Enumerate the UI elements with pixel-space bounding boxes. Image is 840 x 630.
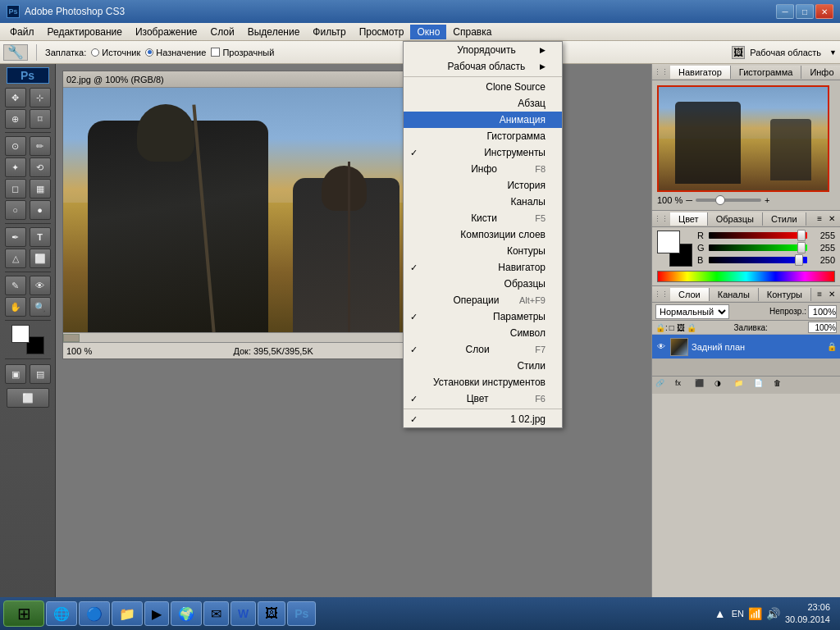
menu-entry-color[interactable]: ✓ Цвет F6 <box>404 390 562 407</box>
taskbar-explorer[interactable]: 📁 <box>112 601 143 626</box>
notes-tool[interactable]: ✎ <box>5 276 26 295</box>
layer-group-btn[interactable]: 📁 <box>734 379 749 392</box>
menu-entry-options[interactable]: ✓ Параметры <box>404 308 562 325</box>
magic-tool[interactable]: ⊕ <box>5 109 26 129</box>
network-icon[interactable]: 📶 <box>749 607 762 620</box>
tab-layers[interactable]: Слои <box>670 288 710 301</box>
zoom-slider[interactable] <box>696 199 761 202</box>
fg-swatch[interactable] <box>657 231 680 253</box>
tab-color[interactable]: Цвет <box>670 212 708 226</box>
tab-swatches[interactable]: Образцы <box>708 212 763 226</box>
panel-grip[interactable]: ⋮⋮ <box>654 68 669 76</box>
taskbar-ie[interactable]: 🌐 <box>46 601 77 626</box>
opacity-input[interactable] <box>808 305 837 318</box>
workspace-icon[interactable]: 🖼 <box>732 46 745 59</box>
zoom-out-btn[interactable]: ─ <box>686 195 692 205</box>
color-swatches[interactable] <box>11 325 44 354</box>
layers-grip[interactable]: ⋮⋮ <box>654 290 669 299</box>
fullscreen-btn[interactable]: ⬜ <box>7 388 49 408</box>
menu-layer[interactable]: Слой <box>204 25 241 39</box>
h-scroll-thumb[interactable] <box>63 334 80 342</box>
menu-entry-channels[interactable]: Каналы <box>404 194 562 210</box>
menu-entry-file1[interactable]: ✓ 1 02.jpg <box>404 411 562 427</box>
menu-entry-0[interactable]: Упорядочить ▶ <box>404 42 562 58</box>
menu-entry-abzac[interactable]: Абзац <box>404 95 562 112</box>
start-button[interactable]: ⊞ <box>3 600 44 627</box>
taskbar-ie2[interactable]: 🔵 <box>79 601 110 626</box>
tab-paths[interactable]: Контуры <box>759 288 811 301</box>
layers-menu-btn[interactable]: ≡ <box>814 290 825 299</box>
tab-histogram[interactable]: Гистограмма <box>731 66 802 79</box>
clone-tool[interactable]: ✦ <box>5 158 26 177</box>
menu-entry-tools[interactable]: ✓ Инструменты <box>404 144 562 161</box>
layer-item-0[interactable]: 👁 Задний план 🔒 <box>652 335 840 359</box>
heal-tool[interactable]: ⊙ <box>5 136 26 156</box>
layer-link-btn[interactable]: 🔗 <box>655 379 670 392</box>
color-panel-menu[interactable]: ≡ <box>814 214 825 223</box>
color-swatch-area[interactable] <box>657 231 692 267</box>
menu-entry-swatches[interactable]: Образцы <box>404 276 562 292</box>
volume-icon[interactable]: 🔊 <box>767 607 780 620</box>
taskbar-media[interactable]: ▶ <box>144 601 169 626</box>
menu-entry-layers[interactable]: ✓ Слои F7 <box>404 341 562 358</box>
pen-tool[interactable]: ✒ <box>5 227 26 247</box>
zoom-tool[interactable]: 🔍 <box>30 297 51 317</box>
menu-help[interactable]: Справка <box>446 25 498 39</box>
eraser-tool[interactable]: ◻ <box>5 179 26 199</box>
screen-mode-btn[interactable]: ⬜ <box>6 387 50 409</box>
menu-edit[interactable]: Редактирование <box>41 25 129 39</box>
crop-tool[interactable]: ⌑ <box>30 109 51 129</box>
menu-entry-brushes[interactable]: Кисти F5 <box>404 210 562 226</box>
history-tool[interactable]: ⟲ <box>30 158 51 177</box>
zoom-in-btn[interactable]: + <box>765 195 769 205</box>
lasso-tool[interactable]: ⊹ <box>30 88 51 107</box>
g-slider[interactable] <box>709 244 807 251</box>
r-slider[interactable] <box>709 232 807 239</box>
taskbar-img[interactable]: 🖼 <box>258 601 285 626</box>
menu-entry-animation[interactable]: Анимация <box>404 112 562 128</box>
blend-mode-select[interactable]: Нормальный <box>655 304 729 319</box>
color-panel-close[interactable]: ✕ <box>825 214 838 223</box>
layer-style-btn[interactable]: fx <box>675 379 690 392</box>
hand-tool[interactable]: ✋ <box>5 297 26 317</box>
gradient-tool[interactable]: ▦ <box>30 179 51 199</box>
taskbar-mail[interactable]: ✉ <box>203 601 229 626</box>
move-tool[interactable]: ✥ <box>5 88 26 107</box>
menu-entry-histogram[interactable]: Гистограмма <box>404 128 562 144</box>
menu-file[interactable]: Файл <box>3 25 41 39</box>
fill-input[interactable] <box>808 322 837 333</box>
eye-tool[interactable]: 👁 <box>30 276 51 295</box>
transparent-checkbox[interactable]: Прозрачный <box>211 48 274 57</box>
menu-entry-actions[interactable]: Операции Alt+F9 <box>404 292 562 308</box>
menu-view[interactable]: Просмотр <box>353 25 411 39</box>
tab-navigator[interactable]: Навигатор <box>670 66 731 79</box>
menu-entry-info[interactable]: Инфо F8 <box>404 161 562 177</box>
horizontal-scrollbar[interactable] <box>63 332 455 342</box>
menu-window[interactable]: Окно <box>410 25 446 39</box>
minimize-button[interactable]: ─ <box>776 4 794 19</box>
taskbar-ps[interactable]: Ps <box>287 601 316 626</box>
source-radio[interactable]: Источник <box>91 48 140 57</box>
tray-up-arrow[interactable]: ▲ <box>714 607 727 620</box>
color-panel-grip[interactable]: ⋮⋮ <box>654 215 669 223</box>
layers-close-btn[interactable]: ✕ <box>825 290 838 299</box>
tab-styles[interactable]: Стили <box>763 212 806 226</box>
taskbar-chrome[interactable]: 🌍 <box>171 601 202 626</box>
tab-channels[interactable]: Каналы <box>710 288 759 301</box>
menu-entry-1[interactable]: Рабочая область ▶ <box>404 58 562 75</box>
menu-entry-paths[interactable]: Контуры <box>404 243 562 259</box>
menu-entry-history[interactable]: История <box>404 177 562 194</box>
menu-entry-layercomps[interactable]: Композиции слоев <box>404 226 562 243</box>
dodge-tool[interactable]: ● <box>30 200 51 220</box>
spectrum-bar[interactable] <box>657 271 835 282</box>
b-slider[interactable] <box>709 257 807 263</box>
layer-visibility-icon[interactable]: 👁 <box>655 341 667 353</box>
maximize-button[interactable]: □ <box>796 4 814 19</box>
brush-tool[interactable]: ✏ <box>30 136 51 156</box>
menu-entry-character[interactable]: Символ <box>404 325 562 341</box>
menu-entry-clone-source[interactable]: Clone Source <box>404 79 562 95</box>
menu-filter[interactable]: Фильтр <box>306 25 352 39</box>
path-tool[interactable]: △ <box>5 249 26 268</box>
text-tool[interactable]: T <box>30 227 51 247</box>
layer-delete-btn[interactable]: 🗑 <box>774 379 788 392</box>
